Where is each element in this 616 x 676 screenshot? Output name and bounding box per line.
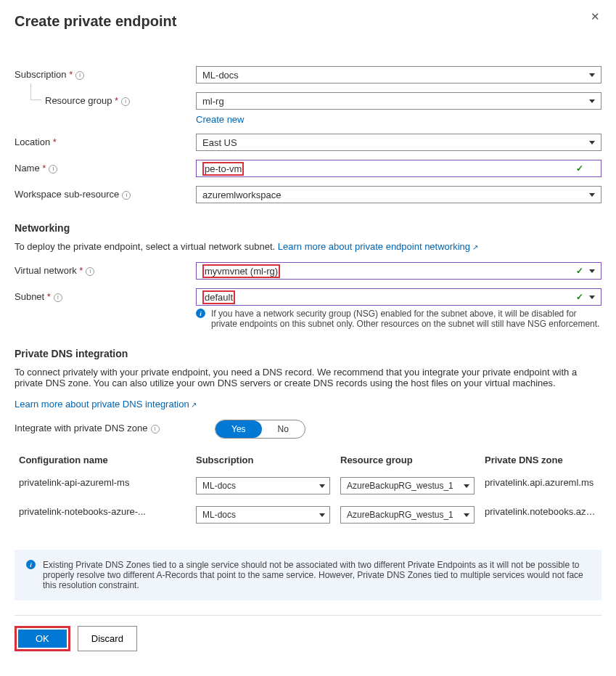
dns-learn-link[interactable]: Learn more about private DNS integration <box>15 399 197 410</box>
table-row: privatelink-api-azureml-ms ML-docs Azure… <box>15 471 601 500</box>
info-icon[interactable]: i <box>49 165 57 174</box>
toggle-yes[interactable]: Yes <box>215 420 262 438</box>
name-input[interactable]: pe-to-vm <box>196 160 601 177</box>
dns-warning-callout: i Existing Private DNS Zones tied to a s… <box>15 550 601 600</box>
row-subscription-select[interactable]: ML-docs <box>196 506 330 524</box>
row-rg-select[interactable]: AzureBackupRG_westus_1 <box>340 477 475 494</box>
dns-heading: Private DNS integration <box>15 348 601 359</box>
subresource-label: Workspace sub-resource <box>15 189 119 200</box>
info-icon: i <box>26 560 36 569</box>
info-icon[interactable]: i <box>54 293 62 302</box>
location-select[interactable]: East US <box>196 134 601 151</box>
info-icon[interactable]: i <box>121 97 130 106</box>
subscription-select[interactable]: ML-docs <box>196 66 601 84</box>
discard-button[interactable]: Discard <box>78 626 137 651</box>
resource-group-select[interactable]: ml-rg <box>196 92 601 110</box>
networking-learn-link[interactable]: Learn more about private endpoint networ… <box>278 241 478 252</box>
col-subscription: Subscription <box>196 455 330 465</box>
dns-desc: To connect privately with your private e… <box>15 367 601 388</box>
info-icon[interactable]: i <box>122 191 131 200</box>
subscription-label: Subscription <box>15 69 73 80</box>
info-icon[interactable]: i <box>86 267 94 276</box>
dns-toggle-label: Integrate with private DNS zone <box>15 423 148 433</box>
info-icon: i <box>196 309 205 318</box>
row-rg-select[interactable]: AzureBackupRG_westus_1 <box>340 506 475 524</box>
resource-group-label: Resource group <box>45 95 118 106</box>
table-row: privatelink-notebooks-azure-... ML-docs … <box>15 500 601 529</box>
row-subscription-select[interactable]: ML-docs <box>196 477 330 494</box>
close-icon[interactable]: ✕ <box>591 10 600 23</box>
page-title: Create private endpoint <box>15 13 601 30</box>
name-label: Name <box>15 163 46 174</box>
col-config-name: Configuration name <box>19 455 186 465</box>
col-resource-group: Resource group <box>340 455 475 465</box>
location-label: Location <box>15 137 57 147</box>
vnet-select[interactable]: myvmvnet (ml-rg) <box>196 262 601 280</box>
subnet-label: Subnet <box>15 291 51 302</box>
vnet-label: Virtual network <box>15 265 83 276</box>
ok-button[interactable]: OK <box>18 630 67 648</box>
subnet-note: If you have a network security group (NS… <box>211 309 601 329</box>
networking-heading: Networking <box>15 222 601 234</box>
networking-desc: To deploy the private endpoint, select a… <box>15 241 601 252</box>
toggle-no[interactable]: No <box>262 420 305 438</box>
info-icon[interactable]: i <box>151 425 160 433</box>
col-dns-zone: Private DNS zone <box>485 455 597 465</box>
create-new-link[interactable]: Create new <box>196 114 244 125</box>
dns-toggle[interactable]: Yes No <box>215 420 305 439</box>
subnet-select[interactable]: default <box>196 288 601 306</box>
info-icon[interactable]: i <box>75 71 84 80</box>
dns-zone-table: Configuration name Subscription Resource… <box>15 449 601 529</box>
subresource-select[interactable]: azuremlworkspace <box>196 186 601 203</box>
